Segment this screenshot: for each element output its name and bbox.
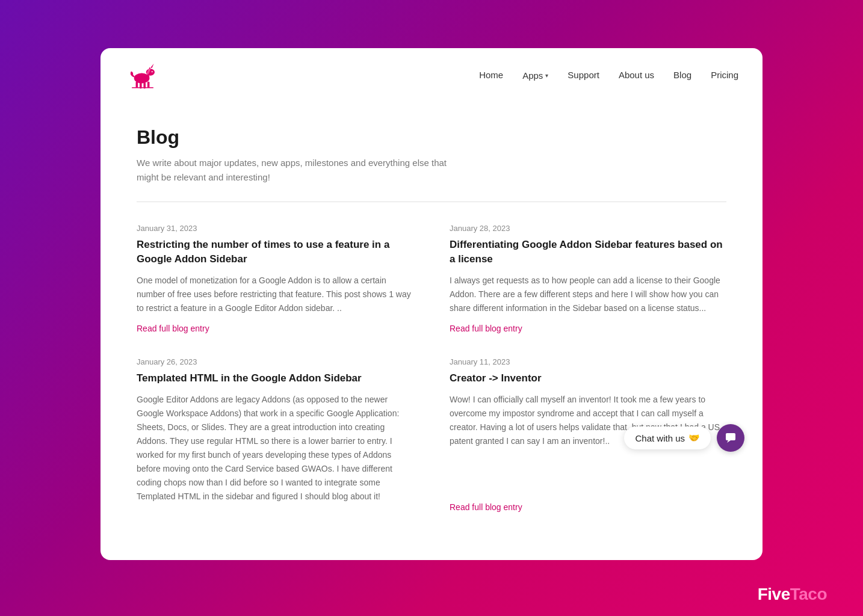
brand-part1: Five [758,585,790,603]
chat-icon [725,432,737,444]
entry-3-date: January 26, 2023 [137,357,413,366]
nav-item-home[interactable]: Home [479,70,503,81]
logo-area [125,60,161,90]
nav-item-apps[interactable]: Apps ▾ [522,70,548,81]
nav-link-pricing[interactable]: Pricing [711,70,738,80]
blog-entry-2: January 28, 2023 Differentiating Google … [450,224,726,333]
svg-rect-10 [726,433,735,440]
content-area: Blog We write about major updates, new a… [101,102,762,536]
chat-widget[interactable]: Chat with us 🤝 [624,424,744,452]
nav-links: Home Apps ▾ Support About us Blog Pricin… [479,70,738,81]
blog-heading: Blog [137,126,726,149]
brand-part2: Taco [790,585,827,603]
nav-link-home[interactable]: Home [479,70,503,80]
chat-emoji: 🤝 [688,433,700,443]
entry-1-title: Restricting the number of times to use a… [137,238,413,266]
footer-brand: FiveTaco [758,585,827,604]
svg-point-8 [152,71,153,72]
entry-1-date: January 31, 2023 [137,224,413,233]
nav-item-pricing[interactable]: Pricing [711,70,738,81]
main-card: Home Apps ▾ Support About us Blog Pricin… [101,48,762,560]
svg-rect-5 [147,82,150,88]
nav-link-support[interactable]: Support [568,70,599,80]
nav-link-about[interactable]: About us [619,70,654,80]
entry-1-excerpt: One model of monetization for a Google A… [137,274,413,315]
entry-3-excerpt: Google Editor Addons are legacy Addons (… [137,393,413,504]
nav-link-apps[interactable]: Apps ▾ [522,70,548,81]
nav-item-support[interactable]: Support [568,70,599,81]
nav-link-blog[interactable]: Blog [673,70,691,80]
entry-4-read-link[interactable]: Read full blog entry [450,502,726,512]
svg-marker-6 [150,64,154,68]
entry-4-date: January 11, 2023 [450,357,726,366]
entry-3-title: Templated HTML in the Google Addon Sideb… [137,371,413,386]
logo-icon [125,60,161,90]
blog-grid: January 31, 2023 Restricting the number … [137,224,726,512]
entry-2-read-link[interactable]: Read full blog entry [450,324,726,333]
entry-2-title: Differentiating Google Addon Sidebar fea… [450,238,726,266]
entry-4-title: Creator -> Inventor [450,371,726,386]
entry-2-date: January 28, 2023 [450,224,726,233]
chat-bubble: Chat with us 🤝 [624,427,711,449]
svg-marker-11 [727,440,731,443]
svg-rect-2 [136,82,138,88]
navbar: Home Apps ▾ Support About us Blog Pricin… [101,48,762,102]
entry-2-excerpt: I always get requests as to how people c… [450,274,726,315]
chevron-down-icon: ▾ [545,72,548,79]
chat-label: Chat with us [635,433,685,443]
nav-item-blog[interactable]: Blog [673,70,691,81]
blog-entry-1: January 31, 2023 Restricting the number … [137,224,413,333]
entry-1-read-link[interactable]: Read full blog entry [137,324,413,333]
chat-open-button[interactable] [717,424,744,452]
blog-subtitle: We write about major updates, new apps, … [137,156,462,185]
blog-entry-3: January 26, 2023 Templated HTML in the G… [137,357,413,513]
section-divider [137,202,726,202]
nav-item-about[interactable]: About us [619,70,654,81]
